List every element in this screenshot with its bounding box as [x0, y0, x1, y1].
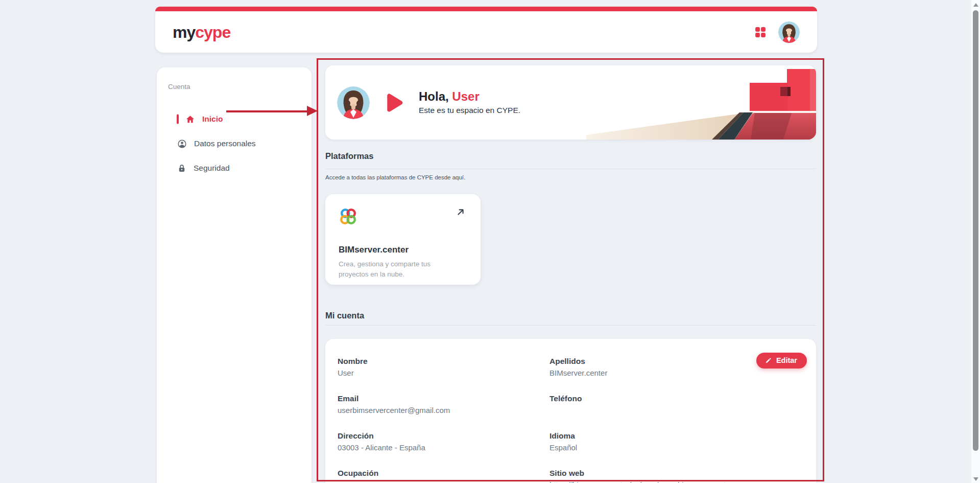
field-nombre: Nombre User [338, 357, 549, 378]
field-label: Ocupación [338, 469, 549, 478]
mycype-logo[interactable]: mycype [173, 24, 230, 40]
brand-top-stripe [155, 7, 817, 11]
field-telefono: Teléfono [549, 394, 804, 416]
sidebar-section-label: Cuenta [157, 83, 312, 90]
edit-button[interactable]: Editar [756, 353, 807, 369]
platforms-description: Accede a todas las plataformas de CYPE d… [325, 174, 465, 180]
field-value: BIMserver.center [549, 369, 804, 378]
logo-text-my: my [173, 23, 195, 41]
field-direccion: Dirección 03003 - Alicante - España [338, 431, 549, 453]
greeting-title: Hola, User [419, 90, 520, 103]
field-ocupacion: Ocupación [338, 469, 549, 483]
scrollbar-thumb[interactable] [973, 10, 978, 451]
hero-user-avatar [337, 86, 370, 119]
scrollbar-down-arrow[interactable] [973, 477, 978, 481]
section-divider [325, 169, 816, 169]
field-value: User [338, 369, 549, 378]
architecture-banner-image [586, 65, 816, 140]
greeting-prefix: Hola, [419, 89, 449, 103]
section-divider [325, 325, 816, 326]
field-value [338, 480, 549, 483]
lock-icon [177, 164, 186, 173]
vertical-scrollbar[interactable] [971, 0, 980, 483]
person-circle-icon [177, 139, 187, 149]
field-value: 03003 - Alicante - España [338, 443, 549, 453]
field-value: Español [549, 443, 804, 453]
field-label: Teléfono [549, 394, 804, 403]
field-value [549, 406, 804, 416]
field-label: Idioma [549, 431, 804, 441]
sidebar-item-datos-personales[interactable]: Datos personales [157, 131, 312, 156]
account-sidebar: Cuenta Inicio Datos personales Seguridad [157, 67, 312, 483]
sidebar-item-seguridad[interactable]: Seguridad [157, 156, 312, 180]
play-icon [383, 93, 405, 113]
field-label: Nombre [338, 357, 549, 366]
sidebar-item-label: Datos personales [194, 139, 256, 148]
platforms-section-title: Plataformas [325, 151, 373, 161]
account-details-card: Editar Nombre User Apellidos BIMserver.c… [325, 339, 816, 483]
app-header: mycype [155, 7, 817, 53]
sidebar-item-label: Seguridad [194, 164, 230, 173]
platform-card-title: BIMserver.center [339, 245, 467, 255]
active-indicator [177, 114, 179, 124]
field-email: Email userbimservercenter@gmail.com [338, 394, 549, 416]
greeting-subtitle: Este es tu espacio en CYPE. [419, 106, 520, 115]
platform-card-bimserver[interactable]: BIMserver.center Crea, gestiona y compar… [325, 194, 481, 285]
home-icon [185, 114, 195, 124]
scrollbar-up-arrow[interactable] [973, 3, 978, 7]
apps-grid-icon[interactable] [755, 27, 766, 38]
greeting-username: User [452, 89, 479, 103]
welcome-banner: Hola, User Este es tu espacio en CYPE. [325, 65, 816, 140]
sidebar-item-label: Inicio [202, 114, 223, 124]
bimserver-logo [339, 207, 358, 226]
field-value: userbimservercenter@gmail.com [338, 406, 549, 416]
logo-text-cype: cype [195, 23, 230, 41]
field-label: Sitio web [549, 469, 804, 478]
edit-button-label: Editar [776, 356, 797, 364]
field-sitio-web: Sitio web https://bimserver.center/es/us… [549, 469, 804, 483]
sidebar-item-inicio[interactable]: Inicio [157, 107, 312, 131]
user-avatar[interactable] [778, 21, 800, 43]
field-idioma: Idioma Español [549, 431, 804, 453]
field-label: Email [338, 394, 549, 403]
field-value: https://bimserver.center/es/user/user_bi… [549, 480, 804, 483]
pencil-icon [765, 357, 772, 364]
external-link-icon[interactable] [455, 206, 466, 218]
platform-card-description: Crea, gestiona y comparte tus proyectos … [339, 259, 446, 279]
account-section-title: Mi cuenta [325, 311, 364, 320]
field-label: Dirección [338, 431, 549, 441]
